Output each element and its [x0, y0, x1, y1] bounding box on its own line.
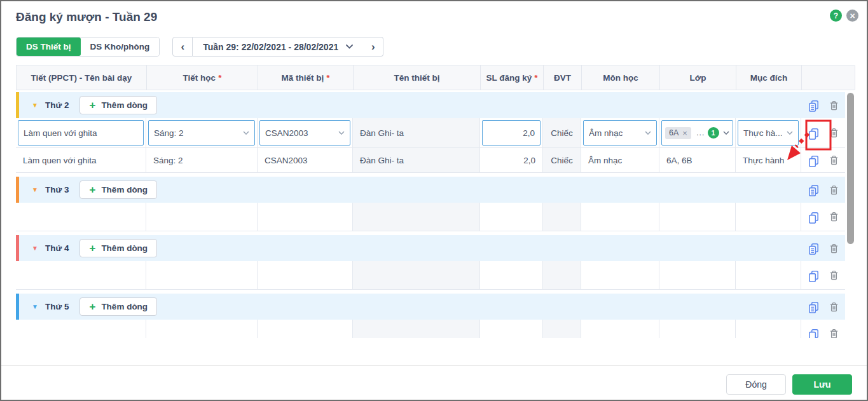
borrow-table: Tiết (PPCT) - Tên bài dạy Tiết học* Mã t… [16, 65, 855, 338]
period-select[interactable]: Sáng: 2 [148, 120, 255, 146]
day-group-row: ▼ Thứ 2 + Thêm dòng [16, 92, 845, 118]
col-header-quantity: SL đăng ký* [481, 65, 544, 90]
subject-select[interactable]: Âm nhạc [583, 120, 657, 146]
collapse-caret-icon[interactable]: ▼ [32, 245, 38, 252]
purpose-select[interactable]: Thực hà... [738, 120, 799, 146]
page-title: Đăng ký mượn - Tuần 29 [16, 10, 157, 24]
chevron-down-icon [723, 131, 729, 135]
col-header-purpose: Mục đích [736, 65, 802, 90]
more-classes-ellipsis: ... [696, 128, 705, 137]
copy-row-button[interactable] [807, 154, 820, 167]
table-row-empty [16, 203, 845, 231]
copy-day-button[interactable] [807, 183, 820, 196]
day-group-row: ▼ Thứ 5 + Thêm dòng [16, 294, 845, 320]
save-button[interactable]: Lưu [792, 374, 852, 395]
week-label: Tuần 29: 22/02/2021 - 28/02/2021 [203, 42, 338, 52]
collapse-caret-icon[interactable]: ▼ [32, 186, 38, 193]
col-header-unit: ĐVT [544, 65, 582, 90]
day-label: Thứ 2 [45, 100, 69, 110]
delete-row-button[interactable] [828, 154, 840, 167]
chevron-down-icon [645, 131, 651, 135]
day-group-row: ▼ Thứ 3 + Thêm dòng [16, 177, 845, 203]
day-label: Thứ 3 [45, 185, 69, 194]
col-header-period: Tiết học* [147, 65, 258, 90]
day-section-thu5: ▼ Thứ 5 + Thêm dòng [16, 294, 855, 338]
day-color-bar [16, 294, 19, 320]
delete-day-button[interactable] [828, 301, 840, 313]
col-header-class: Lớp [660, 65, 736, 90]
day-section-thu2: ▼ Thứ 2 + Thêm dòng Sáng: 2 CSAN2003 [16, 92, 855, 173]
table-header-row: Tiết (PPCT) - Tên bài dạy Tiết học* Mã t… [16, 65, 855, 90]
purpose-cell: Thực hành [736, 148, 801, 172]
lesson-name-input[interactable] [18, 120, 144, 146]
quantity-input[interactable] [482, 120, 541, 146]
tag-remove-icon[interactable]: × [682, 128, 687, 138]
col-header-lesson: Tiết (PPCT) - Tên bài dạy [17, 65, 147, 90]
plus-icon: + [89, 243, 95, 254]
day-label: Thứ 5 [45, 302, 69, 311]
plus-icon: + [89, 301, 95, 312]
copy-day-button[interactable] [807, 300, 820, 313]
device-name-cell: Đàn Ghi- ta [353, 118, 480, 147]
close-icon[interactable]: × [846, 10, 858, 22]
scrollbar-thumb[interactable] [847, 93, 854, 244]
delete-row-button[interactable] [828, 126, 840, 139]
day-section-thu3: ▼ Thứ 3 + Thêm dòng [16, 177, 855, 231]
chevron-down-icon [787, 131, 793, 135]
copy-row-button[interactable] [807, 210, 820, 224]
close-button[interactable]: Đóng [726, 374, 786, 395]
table-row-empty [16, 261, 845, 290]
delete-row-button[interactable] [828, 327, 840, 338]
device-code-select[interactable]: CSAN2003 [259, 120, 350, 146]
vertical-scrollbar[interactable] [847, 92, 854, 337]
copy-day-button[interactable] [807, 99, 820, 112]
footer-divider [1, 365, 867, 366]
class-multiselect[interactable]: 6A× ... 1 [661, 120, 733, 146]
week-selector[interactable]: Tuần 29: 22/02/2021 - 28/02/2021 [193, 37, 363, 57]
copy-row-button[interactable] [807, 269, 820, 282]
next-week-button[interactable]: › [363, 37, 383, 57]
chevron-down-icon [338, 131, 345, 135]
add-row-button[interactable]: + Thêm dòng [79, 239, 157, 257]
table-row-edit: Sáng: 2 CSAN2003 Đàn Ghi- ta Chiếc Âm nh… [16, 118, 845, 148]
delete-day-button[interactable] [828, 184, 840, 196]
delete-row-button[interactable] [828, 269, 840, 282]
tab-ds-kho-phong[interactable]: DS Kho/phòng [81, 37, 160, 56]
collapse-caret-icon[interactable]: ▼ [32, 102, 38, 109]
day-color-bar [16, 177, 19, 203]
day-section-thu4: ▼ Thứ 4 + Thêm dòng [16, 235, 855, 290]
device-code-cell: CSAN2003 [258, 148, 353, 172]
help-icon[interactable]: ? [830, 10, 842, 22]
lesson-name-cell: Làm quen với ghita [16, 148, 146, 172]
class-cell: 6A, 6B [659, 148, 736, 172]
plus-icon: + [89, 100, 95, 111]
toolbar: DS Thiết bị DS Kho/phòng ‹ Tuần 29: 22/0… [16, 37, 383, 57]
week-navigation: ‹ Tuần 29: 22/02/2021 - 28/02/2021 › [172, 37, 383, 57]
footer: Đóng Lưu [726, 374, 852, 395]
class-tag: 6A× [665, 127, 691, 139]
delete-day-button[interactable] [828, 99, 840, 112]
add-row-button[interactable]: + Thêm dòng [79, 297, 157, 316]
unit-cell: Chiếc [543, 148, 581, 172]
plus-icon: + [89, 184, 95, 195]
class-count-badge: 1 [708, 127, 719, 139]
day-group-row: ▼ Thứ 4 + Thêm dòng [16, 235, 845, 261]
table-body: ▼ Thứ 2 + Thêm dòng Sáng: 2 CSAN2003 [16, 90, 855, 338]
copy-row-button[interactable] [807, 327, 820, 339]
tab-ds-thiet-bi[interactable]: DS Thiết bị [17, 37, 81, 56]
borrow-registration-modal: Đăng ký mượn - Tuần 29 ? × DS Thiết bị D… [0, 0, 868, 401]
copy-day-button[interactable] [807, 241, 820, 255]
col-header-device-name: Tên thiết bị [354, 65, 481, 90]
col-header-actions [802, 65, 855, 90]
delete-day-button[interactable] [828, 242, 840, 255]
add-row-button[interactable]: + Thêm dòng [79, 180, 157, 199]
collapse-caret-icon[interactable]: ▼ [32, 303, 38, 310]
add-row-button[interactable]: + Thêm dòng [79, 96, 157, 114]
period-cell: Sáng: 2 [146, 148, 258, 172]
delete-row-button[interactable] [828, 210, 840, 223]
chevron-down-icon [243, 131, 249, 135]
table-row-empty [16, 320, 845, 338]
prev-week-button[interactable]: ‹ [172, 37, 193, 57]
copy-row-button[interactable] [807, 126, 820, 140]
day-label: Thứ 4 [45, 243, 69, 253]
